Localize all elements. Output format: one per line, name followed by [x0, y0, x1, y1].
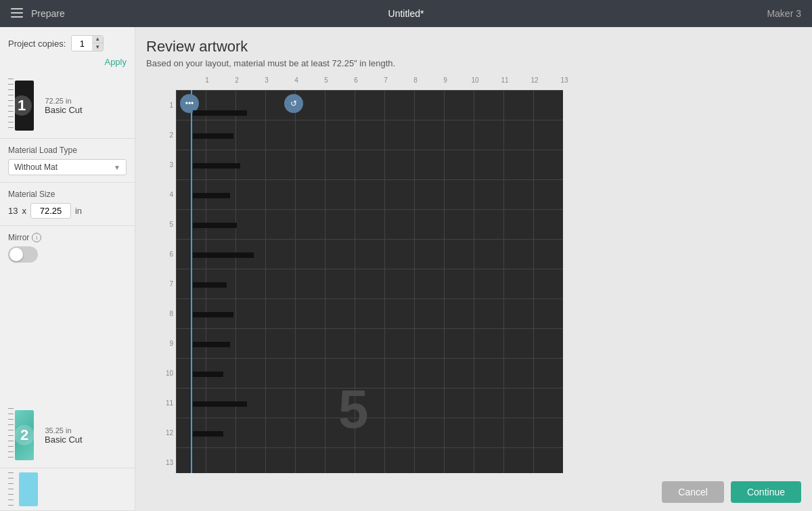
artwork-line-7 — [193, 282, 227, 288]
apply-button[interactable]: Apply — [104, 57, 127, 67]
ruler-left-9: 9 — [160, 328, 176, 358]
layer-2-badge: 2 — [14, 425, 35, 445]
material-size-label: Material Size — [8, 190, 127, 199]
layer-2-size: 35.25 in — [45, 426, 72, 435]
layer-2-image: 2 — [15, 410, 34, 460]
material-height-input[interactable] — [30, 203, 71, 219]
ruler-left-2: 2 — [160, 120, 176, 150]
layer-2-thumb: 2 — [8, 408, 35, 462]
ruler-left-7: 7 — [160, 269, 176, 298]
artwork-line-5 — [193, 223, 237, 228]
ruler-left-5: 5 — [160, 209, 176, 239]
layer-1-badge: 1 — [12, 95, 32, 116]
cancel-button[interactable]: Cancel — [662, 481, 724, 503]
right-content: Review artwork Based on your layout, mat… — [135, 27, 812, 511]
layer-2-ruler — [8, 408, 14, 462]
ruler-left-8: 8 — [160, 298, 176, 328]
ruler-top-12: 12 — [520, 76, 549, 90]
grid-body: 1 2 3 4 5 6 7 8 9 10 11 12 13 — [160, 90, 579, 477]
layer-3-image — [19, 472, 38, 506]
ruler-top-13: 13 — [549, 76, 579, 90]
ruler-left-1: 1 — [160, 90, 176, 120]
ruler-top-4: 4 — [281, 76, 311, 90]
ruler-top-8: 8 — [401, 76, 430, 90]
blue-line — [191, 90, 192, 477]
artwork-line-1 — [193, 110, 247, 116]
layer-item-2[interactable]: 2 35.25 in Basic Cut — [0, 403, 135, 468]
window-title: Untitled* — [388, 8, 424, 19]
left-panel: Project copies: ▲ ▼ Apply 1 72.25 in — [0, 27, 135, 511]
toggle-knob — [9, 248, 23, 261]
material-load-section: Material Load Type Without Mat ▼ — [0, 139, 135, 183]
ruler-top-5: 5 — [311, 76, 341, 90]
copies-down-button[interactable]: ▼ — [92, 43, 103, 51]
artwork-line-3 — [193, 163, 240, 169]
menu-icon[interactable] — [11, 7, 23, 21]
ruler-top-3: 3 — [252, 76, 281, 90]
ruler-left: 1 2 3 4 5 6 7 8 9 10 11 12 13 — [160, 90, 176, 477]
ruler-left-6: 6 — [160, 239, 176, 269]
layer-3-ruler — [8, 472, 14, 506]
dropdown-arrow-icon: ▼ — [114, 164, 120, 171]
artwork-line-2 — [193, 133, 233, 139]
ruler-top-6: 6 — [341, 76, 371, 90]
ruler-top-7: 7 — [371, 76, 401, 90]
layer-item-3[interactable] — [0, 468, 135, 511]
ruler-left-11: 11 — [160, 388, 176, 418]
layer-1-image: 1 — [15, 81, 34, 131]
mirror-toggle[interactable] — [8, 246, 38, 263]
review-subtitle: Based on your layout, material must be a… — [146, 58, 801, 68]
material-unit: in — [75, 206, 82, 216]
svg-rect-2 — [11, 16, 23, 18]
copies-input-wrap: ▲ ▼ — [71, 35, 104, 51]
review-title: Review artwork — [146, 38, 801, 55]
canvas-refresh-button[interactable]: ↺ — [284, 94, 303, 113]
project-copies-label: Project copies: — [8, 39, 66, 49]
svg-rect-1 — [11, 12, 23, 14]
material-load-label: Material Load Type — [8, 146, 127, 155]
material-size-section: Material Size 13 x in — [0, 183, 135, 226]
artwork-line-4 — [193, 193, 230, 198]
artwork-line-10 — [193, 372, 223, 377]
canvas-area: 1 2 3 4 5 6 7 8 9 10 11 12 13 — [146, 76, 801, 477]
device-label: Maker 3 — [767, 8, 801, 19]
material-x-label: x — [22, 206, 26, 216]
ruler-left-3: 3 — [160, 150, 176, 179]
main-layout: Project copies: ▲ ▼ Apply 1 72.25 in — [0, 27, 812, 511]
ruler-top-2: 2 — [222, 76, 252, 90]
ruler-top-9: 9 — [430, 76, 460, 90]
prepare-label: Prepare — [31, 8, 65, 19]
canvas-page-number: 5 — [338, 382, 369, 437]
top-bar: Prepare Untitled* Maker 3 — [0, 0, 812, 27]
mirror-label: Mirror i — [8, 233, 127, 242]
ruler-top-11: 11 — [490, 76, 520, 90]
mirror-text: Mirror — [8, 233, 29, 242]
continue-button[interactable]: Continue — [731, 481, 801, 503]
copies-input[interactable] — [72, 37, 92, 50]
material-width-value: 13 — [8, 206, 18, 216]
artwork-line-6 — [193, 252, 254, 258]
layer-item-1[interactable]: 1 72.25 in Basic Cut — [0, 73, 135, 139]
ruler-left-12: 12 — [160, 418, 176, 447]
ruler-top: 1 2 3 4 5 6 7 8 9 10 11 12 13 — [176, 76, 579, 90]
artwork-line-12 — [193, 431, 223, 437]
layer-1-size: 72.25 in — [45, 97, 72, 105]
grid-wrapper: 1 2 3 4 5 6 7 8 9 10 11 12 13 — [160, 76, 579, 477]
layer-1-name: Basic Cut — [45, 105, 83, 115]
artwork-line-8 — [193, 312, 233, 317]
ruler-left-10: 10 — [160, 358, 176, 388]
layer-2-name: Basic Cut — [45, 435, 83, 445]
copies-spinners: ▲ ▼ — [92, 36, 103, 51]
svg-rect-0 — [11, 8, 23, 9]
material-size-row: 13 x in — [8, 203, 127, 219]
copies-up-button[interactable]: ▲ — [92, 36, 103, 43]
grid-canvas[interactable]: ••• ↺ — [176, 90, 563, 477]
project-copies-row: Project copies: ▲ ▼ — [0, 27, 135, 54]
ruler-top-1: 1 — [192, 76, 222, 90]
artwork-line-9 — [193, 342, 230, 347]
apply-btn-row: Apply — [0, 54, 135, 73]
artwork-line-11 — [193, 401, 247, 407]
material-load-dropdown[interactable]: Without Mat ▼ — [8, 159, 127, 175]
ruler-top-10: 10 — [460, 76, 490, 90]
ruler-left-4: 4 — [160, 179, 176, 209]
